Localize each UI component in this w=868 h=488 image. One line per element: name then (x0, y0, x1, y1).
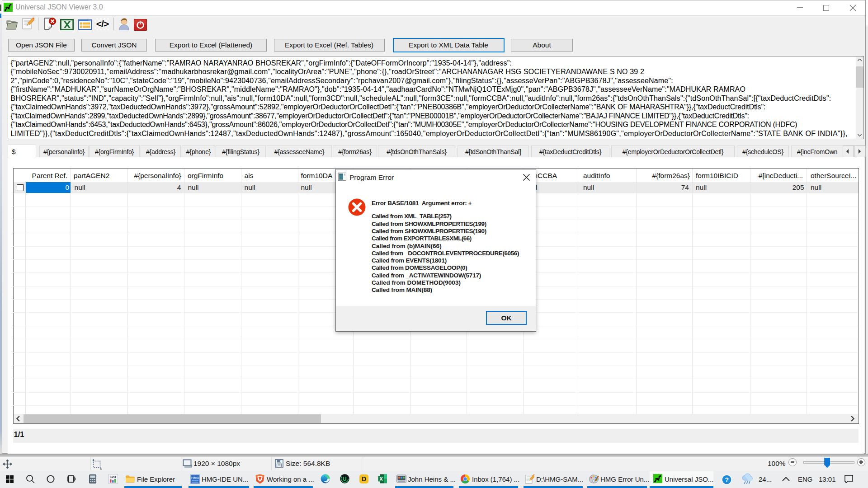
svg-text:D: D (362, 475, 366, 483)
svg-text:123: 123 (110, 475, 116, 479)
svg-text:HMG: HMG (191, 476, 199, 480)
svg-text:U: U (343, 476, 347, 482)
svg-text:?: ? (725, 476, 729, 483)
